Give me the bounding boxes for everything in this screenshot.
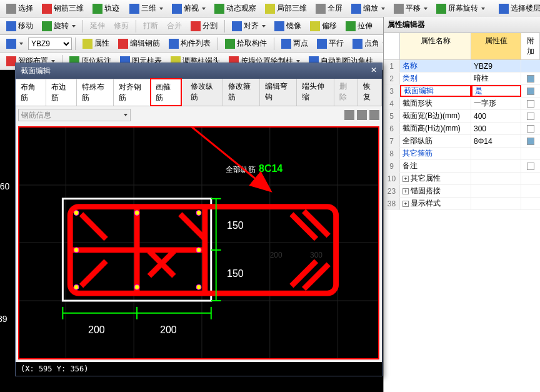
tab-edge[interactable]: 布边筋 xyxy=(46,79,77,106)
prop-row-23[interactable]: 23+锚固搭接 xyxy=(384,185,540,198)
tb-draw[interactable] xyxy=(2,37,27,51)
prop-row-1[interactable]: 1名称YBZ9 xyxy=(384,60,540,73)
tool-icon-2[interactable] xyxy=(357,110,367,120)
prop-value[interactable] xyxy=(471,185,521,197)
prop-row-7[interactable]: 7全部纵筋8Φ14 xyxy=(384,135,540,148)
tab-special[interactable]: 特殊布筋 xyxy=(77,79,114,106)
tab-restore[interactable]: 恢复 xyxy=(358,79,382,106)
prop-value[interactable] xyxy=(471,148,521,159)
tb-complist[interactable]: 构件列表 xyxy=(165,36,214,51)
rebar-info-combo[interactable]: 钢筋信息 xyxy=(18,109,131,121)
prop-check[interactable] xyxy=(521,73,540,84)
prop-idx: 4 xyxy=(384,98,400,109)
tab-alignrebar[interactable]: 对齐钢筋 xyxy=(114,79,151,106)
dialog-canvas[interactable]: 200 300 xyxy=(18,126,379,359)
tb-attr[interactable]: 属性 xyxy=(79,36,113,51)
tab-del[interactable]: 删除 xyxy=(334,79,358,106)
tb-editrebar[interactable]: 编辑钢筋 xyxy=(114,36,164,51)
local3d-icon xyxy=(265,4,275,14)
tab-modh[interactable]: 修改箍筋 xyxy=(223,79,260,106)
pencil-icon xyxy=(6,39,16,49)
component-combo[interactable]: YBZ9 xyxy=(28,38,72,50)
tb-offset[interactable]: 偏移 xyxy=(306,19,341,33)
tab-stirrup[interactable]: 画箍筋 xyxy=(151,79,181,106)
tab-modv[interactable]: 修改纵筋 xyxy=(186,79,222,106)
prop-check[interactable] xyxy=(521,135,540,147)
prop-value[interactable]: 8Φ14 xyxy=(471,135,521,147)
prop-value[interactable]: 400 xyxy=(471,110,521,122)
prop-check[interactable] xyxy=(521,60,540,72)
tool-icon-3[interactable] xyxy=(369,110,379,120)
tab-end[interactable]: 端头伸缩 xyxy=(297,79,334,106)
tb-rotate2[interactable]: 旋转 xyxy=(38,19,79,33)
prop-check[interactable] xyxy=(521,110,540,122)
tb-pick[interactable]: 拾取构件 xyxy=(221,36,271,51)
prop-check[interactable] xyxy=(521,198,540,209)
tb-rebar3d[interactable]: 钢筋三维 xyxy=(38,1,88,16)
prop-idx: 8 xyxy=(384,148,400,159)
tab-hook[interactable]: 编辑弯钩 xyxy=(260,79,297,106)
expand-icon[interactable]: + xyxy=(402,201,409,207)
prop-row-38[interactable]: 38+显示样式 xyxy=(384,198,540,210)
tb-extend[interactable]: 延伸 xyxy=(86,19,109,33)
tb-orbit[interactable]: 动态观察 xyxy=(211,1,260,16)
prop-row-3[interactable]: 3截面编辑是 xyxy=(384,85,540,98)
tb-local3d[interactable]: 局部三维 xyxy=(261,1,311,16)
tb-trim[interactable]: 修剪 xyxy=(110,19,132,33)
prop-value[interactable]: 300 xyxy=(471,123,521,134)
prop-row-6[interactable]: 6截面高(H边)(mm)300 xyxy=(384,123,540,135)
prop-value[interactable] xyxy=(471,160,521,172)
tb-select[interactable]: 选择 xyxy=(2,1,37,16)
prop-check[interactable] xyxy=(521,148,540,159)
prop-check[interactable] xyxy=(521,98,540,109)
mirror-icon xyxy=(274,21,284,31)
svg-line-19 xyxy=(180,214,205,239)
tb-align[interactable]: 对齐 xyxy=(228,19,269,33)
close-icon[interactable]: ✕ xyxy=(371,66,377,76)
tab-corner[interactable]: 布角筋 xyxy=(16,79,46,106)
prop-row-5[interactable]: 5截面宽(B边)(mm)400 xyxy=(384,110,540,123)
tb-selfloor[interactable]: 选择楼层 xyxy=(495,1,540,16)
tb-parallel[interactable]: 平行 xyxy=(313,36,348,51)
dim-v-2: 150 xyxy=(227,268,244,279)
prop-check[interactable] xyxy=(521,160,540,172)
prop-value[interactable]: 暗柱 xyxy=(471,73,521,84)
track-icon xyxy=(92,4,102,14)
offset-icon xyxy=(310,21,320,31)
prop-row-8[interactable]: 8其它箍筋 xyxy=(384,148,540,160)
prop-check[interactable] xyxy=(521,85,540,97)
tb-mirror[interactable]: 镜像 xyxy=(271,19,305,33)
svg-point-31 xyxy=(196,248,201,253)
tb-full[interactable]: 全屏 xyxy=(312,1,346,16)
prop-check[interactable] xyxy=(521,185,540,197)
tb-rotate-scr[interactable]: 屏幕旋转 xyxy=(432,1,489,16)
prop-value[interactable]: 一字形 xyxy=(471,98,521,109)
prop-value[interactable]: YBZ9 xyxy=(471,60,521,72)
tb-topview[interactable]: 俯视 xyxy=(168,1,209,16)
prop-name: 截面宽(B边)(mm) xyxy=(400,110,471,122)
prop-value[interactable]: 是 xyxy=(471,85,521,97)
tb-zoom[interactable]: 编放 xyxy=(348,1,389,16)
prop-row-9[interactable]: 9备注 xyxy=(384,160,540,173)
tb-pan[interactable]: 平移 xyxy=(390,1,431,16)
tb-3d[interactable]: 三维 xyxy=(126,1,167,16)
tb-track[interactable]: 轨迹 xyxy=(89,1,123,16)
prop-row-10[interactable]: 10+其它属性 xyxy=(384,173,540,185)
prop-row-2[interactable]: 2类别暗柱 xyxy=(384,73,540,85)
prop-row-4[interactable]: 4截面形状一字形 xyxy=(384,98,540,110)
orbit-icon xyxy=(214,4,224,14)
prop-value[interactable] xyxy=(471,173,521,184)
prop-check[interactable] xyxy=(521,173,540,184)
prop-value[interactable] xyxy=(471,198,521,209)
tb-break[interactable]: 打断 xyxy=(139,19,162,33)
tb-move[interactable]: 移动 xyxy=(2,19,37,33)
prop-check[interactable] xyxy=(521,123,540,134)
expand-icon[interactable]: + xyxy=(402,188,409,194)
expand-icon[interactable]: + xyxy=(402,176,409,182)
tool-icon-1[interactable] xyxy=(344,110,354,120)
dialog-titlebar[interactable]: 截面编辑 ✕ xyxy=(16,63,382,79)
tb-split[interactable]: 分割 xyxy=(187,19,221,33)
tb-merge[interactable]: 合并 xyxy=(163,19,186,33)
tb-2pt[interactable]: 两点 xyxy=(278,36,312,51)
tb-stretch[interactable]: 拉伸 xyxy=(342,19,376,33)
